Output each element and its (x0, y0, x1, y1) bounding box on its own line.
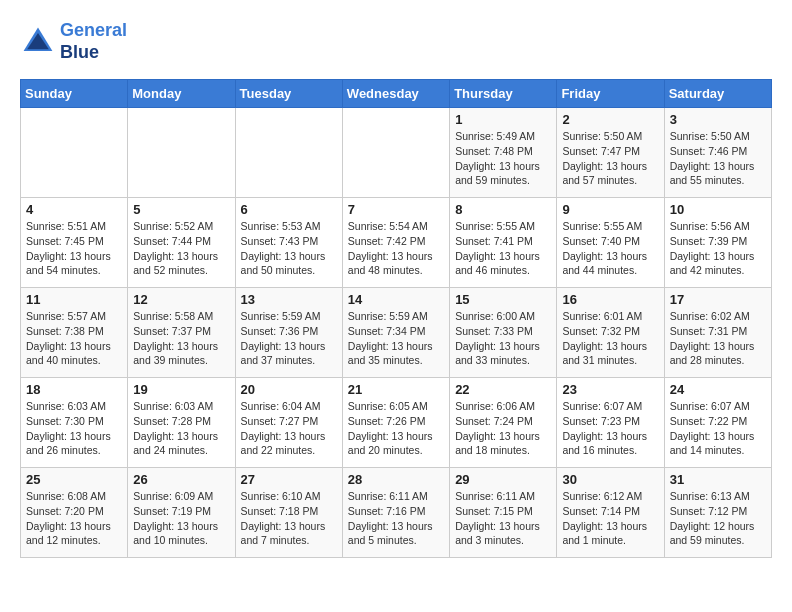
day-info: Sunrise: 5:59 AMSunset: 7:36 PMDaylight:… (241, 309, 337, 368)
day-number: 27 (241, 472, 337, 487)
day-info: Sunrise: 6:12 AMSunset: 7:14 PMDaylight:… (562, 489, 658, 548)
day-header-friday: Friday (557, 80, 664, 108)
day-number: 25 (26, 472, 122, 487)
calendar-cell: 18Sunrise: 6:03 AMSunset: 7:30 PMDayligh… (21, 378, 128, 468)
day-number: 31 (670, 472, 766, 487)
calendar-cell: 26Sunrise: 6:09 AMSunset: 7:19 PMDayligh… (128, 468, 235, 558)
calendar-cell (235, 108, 342, 198)
day-number: 14 (348, 292, 444, 307)
calendar-cell (128, 108, 235, 198)
day-number: 13 (241, 292, 337, 307)
calendar-cell: 29Sunrise: 6:11 AMSunset: 7:15 PMDayligh… (450, 468, 557, 558)
day-info: Sunrise: 5:56 AMSunset: 7:39 PMDaylight:… (670, 219, 766, 278)
day-number: 12 (133, 292, 229, 307)
calendar-cell: 31Sunrise: 6:13 AMSunset: 7:12 PMDayligh… (664, 468, 771, 558)
day-info: Sunrise: 5:58 AMSunset: 7:37 PMDaylight:… (133, 309, 229, 368)
day-info: Sunrise: 6:03 AMSunset: 7:28 PMDaylight:… (133, 399, 229, 458)
day-number: 24 (670, 382, 766, 397)
calendar-week-1: 1Sunrise: 5:49 AMSunset: 7:48 PMDaylight… (21, 108, 772, 198)
day-info: Sunrise: 5:55 AMSunset: 7:41 PMDaylight:… (455, 219, 551, 278)
day-info: Sunrise: 5:50 AMSunset: 7:47 PMDaylight:… (562, 129, 658, 188)
day-info: Sunrise: 5:51 AMSunset: 7:45 PMDaylight:… (26, 219, 122, 278)
day-info: Sunrise: 5:50 AMSunset: 7:46 PMDaylight:… (670, 129, 766, 188)
day-number: 18 (26, 382, 122, 397)
day-number: 22 (455, 382, 551, 397)
day-number: 9 (562, 202, 658, 217)
calendar-cell: 15Sunrise: 6:00 AMSunset: 7:33 PMDayligh… (450, 288, 557, 378)
calendar-cell: 12Sunrise: 5:58 AMSunset: 7:37 PMDayligh… (128, 288, 235, 378)
calendar-cell: 21Sunrise: 6:05 AMSunset: 7:26 PMDayligh… (342, 378, 449, 468)
day-info: Sunrise: 6:09 AMSunset: 7:19 PMDaylight:… (133, 489, 229, 548)
calendar-cell: 2Sunrise: 5:50 AMSunset: 7:47 PMDaylight… (557, 108, 664, 198)
calendar-cell: 9Sunrise: 5:55 AMSunset: 7:40 PMDaylight… (557, 198, 664, 288)
day-number: 2 (562, 112, 658, 127)
calendar-cell: 1Sunrise: 5:49 AMSunset: 7:48 PMDaylight… (450, 108, 557, 198)
day-info: Sunrise: 6:00 AMSunset: 7:33 PMDaylight:… (455, 309, 551, 368)
day-number: 1 (455, 112, 551, 127)
day-info: Sunrise: 5:52 AMSunset: 7:44 PMDaylight:… (133, 219, 229, 278)
calendar-cell: 17Sunrise: 6:02 AMSunset: 7:31 PMDayligh… (664, 288, 771, 378)
day-header-saturday: Saturday (664, 80, 771, 108)
day-info: Sunrise: 6:13 AMSunset: 7:12 PMDaylight:… (670, 489, 766, 548)
calendar-week-2: 4Sunrise: 5:51 AMSunset: 7:45 PMDaylight… (21, 198, 772, 288)
day-info: Sunrise: 5:49 AMSunset: 7:48 PMDaylight:… (455, 129, 551, 188)
day-number: 21 (348, 382, 444, 397)
calendar-cell: 4Sunrise: 5:51 AMSunset: 7:45 PMDaylight… (21, 198, 128, 288)
page-header: General Blue (20, 20, 772, 63)
calendar-cell (342, 108, 449, 198)
day-info: Sunrise: 5:54 AMSunset: 7:42 PMDaylight:… (348, 219, 444, 278)
day-info: Sunrise: 5:55 AMSunset: 7:40 PMDaylight:… (562, 219, 658, 278)
day-info: Sunrise: 6:02 AMSunset: 7:31 PMDaylight:… (670, 309, 766, 368)
day-number: 16 (562, 292, 658, 307)
day-header-thursday: Thursday (450, 80, 557, 108)
day-number: 20 (241, 382, 337, 397)
day-number: 15 (455, 292, 551, 307)
calendar-week-4: 18Sunrise: 6:03 AMSunset: 7:30 PMDayligh… (21, 378, 772, 468)
calendar-cell: 14Sunrise: 5:59 AMSunset: 7:34 PMDayligh… (342, 288, 449, 378)
calendar-cell: 3Sunrise: 5:50 AMSunset: 7:46 PMDaylight… (664, 108, 771, 198)
calendar-cell: 10Sunrise: 5:56 AMSunset: 7:39 PMDayligh… (664, 198, 771, 288)
day-info: Sunrise: 6:01 AMSunset: 7:32 PMDaylight:… (562, 309, 658, 368)
day-info: Sunrise: 6:05 AMSunset: 7:26 PMDaylight:… (348, 399, 444, 458)
day-number: 23 (562, 382, 658, 397)
day-info: Sunrise: 5:57 AMSunset: 7:38 PMDaylight:… (26, 309, 122, 368)
calendar-body: 1Sunrise: 5:49 AMSunset: 7:48 PMDaylight… (21, 108, 772, 558)
calendar-cell: 19Sunrise: 6:03 AMSunset: 7:28 PMDayligh… (128, 378, 235, 468)
day-number: 17 (670, 292, 766, 307)
calendar-cell: 23Sunrise: 6:07 AMSunset: 7:23 PMDayligh… (557, 378, 664, 468)
calendar-week-3: 11Sunrise: 5:57 AMSunset: 7:38 PMDayligh… (21, 288, 772, 378)
day-info: Sunrise: 6:06 AMSunset: 7:24 PMDaylight:… (455, 399, 551, 458)
calendar-cell: 8Sunrise: 5:55 AMSunset: 7:41 PMDaylight… (450, 198, 557, 288)
day-header-monday: Monday (128, 80, 235, 108)
day-number: 29 (455, 472, 551, 487)
calendar-cell: 27Sunrise: 6:10 AMSunset: 7:18 PMDayligh… (235, 468, 342, 558)
day-number: 8 (455, 202, 551, 217)
day-info: Sunrise: 6:07 AMSunset: 7:23 PMDaylight:… (562, 399, 658, 458)
day-number: 11 (26, 292, 122, 307)
day-info: Sunrise: 5:59 AMSunset: 7:34 PMDaylight:… (348, 309, 444, 368)
day-number: 19 (133, 382, 229, 397)
calendar-cell: 11Sunrise: 5:57 AMSunset: 7:38 PMDayligh… (21, 288, 128, 378)
calendar-table: SundayMondayTuesdayWednesdayThursdayFrid… (20, 79, 772, 558)
day-info: Sunrise: 6:11 AMSunset: 7:15 PMDaylight:… (455, 489, 551, 548)
day-number: 26 (133, 472, 229, 487)
day-info: Sunrise: 6:11 AMSunset: 7:16 PMDaylight:… (348, 489, 444, 548)
calendar-cell: 24Sunrise: 6:07 AMSunset: 7:22 PMDayligh… (664, 378, 771, 468)
day-number: 5 (133, 202, 229, 217)
calendar-week-5: 25Sunrise: 6:08 AMSunset: 7:20 PMDayligh… (21, 468, 772, 558)
day-number: 10 (670, 202, 766, 217)
day-number: 28 (348, 472, 444, 487)
calendar-header-row: SundayMondayTuesdayWednesdayThursdayFrid… (21, 80, 772, 108)
calendar-cell: 30Sunrise: 6:12 AMSunset: 7:14 PMDayligh… (557, 468, 664, 558)
day-info: Sunrise: 6:07 AMSunset: 7:22 PMDaylight:… (670, 399, 766, 458)
logo-text: General Blue (60, 20, 127, 63)
day-number: 3 (670, 112, 766, 127)
day-info: Sunrise: 6:04 AMSunset: 7:27 PMDaylight:… (241, 399, 337, 458)
day-header-wednesday: Wednesday (342, 80, 449, 108)
calendar-cell: 7Sunrise: 5:54 AMSunset: 7:42 PMDaylight… (342, 198, 449, 288)
day-header-tuesday: Tuesday (235, 80, 342, 108)
calendar-cell: 22Sunrise: 6:06 AMSunset: 7:24 PMDayligh… (450, 378, 557, 468)
day-info: Sunrise: 6:10 AMSunset: 7:18 PMDaylight:… (241, 489, 337, 548)
calendar-cell: 25Sunrise: 6:08 AMSunset: 7:20 PMDayligh… (21, 468, 128, 558)
calendar-cell (21, 108, 128, 198)
